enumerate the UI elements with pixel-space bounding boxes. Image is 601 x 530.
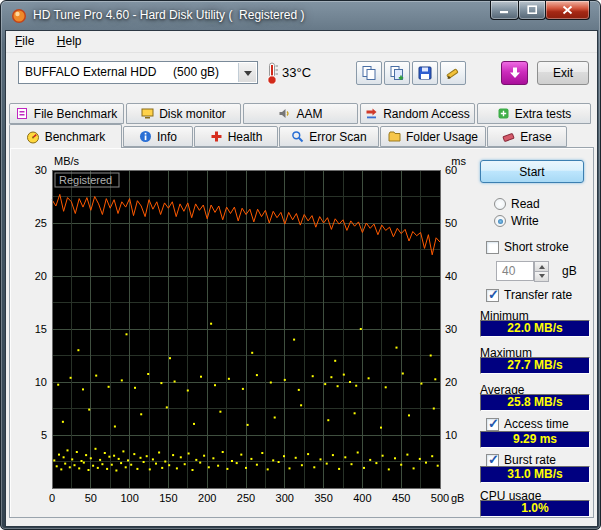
tab-disk-monitor[interactable]: Disk monitor bbox=[126, 103, 241, 124]
write-radio[interactable]: Write bbox=[494, 214, 539, 228]
file-benchmark-icon bbox=[16, 107, 29, 120]
read-label: Read bbox=[511, 197, 540, 211]
folder-usage-icon bbox=[388, 130, 401, 143]
svg-text:250: 250 bbox=[237, 492, 255, 504]
disk-monitor-icon bbox=[141, 107, 154, 120]
save-icon bbox=[417, 65, 433, 81]
burst-rate-value: 31.0 MB/s bbox=[480, 466, 590, 483]
svg-text:30: 30 bbox=[35, 164, 47, 176]
tab-folder-usage[interactable]: Folder Usage bbox=[380, 126, 486, 147]
svg-text:30: 30 bbox=[445, 323, 457, 335]
tab-random-access[interactable]: Random Access bbox=[360, 103, 475, 124]
maximize-button[interactable] bbox=[518, 1, 546, 20]
copy-button[interactable] bbox=[356, 61, 382, 85]
checkbox-checked-icon bbox=[486, 289, 499, 302]
svg-text:20: 20 bbox=[35, 270, 47, 282]
chevron-down-icon bbox=[238, 63, 256, 82]
svg-text:350: 350 bbox=[314, 492, 332, 504]
erase-icon bbox=[502, 130, 515, 143]
tab-label: Benchmark bbox=[45, 130, 106, 144]
drive-select-label: BUFFALO External HDD (500 gB) bbox=[25, 62, 219, 83]
menu-bar: File Help bbox=[6, 31, 597, 53]
benchmark-page: RegisteredMB/sms302520151056050403020100… bbox=[9, 147, 594, 518]
svg-text:25: 25 bbox=[35, 217, 47, 229]
window-title: HD Tune Pro 4.60 - Hard Disk Utility ( R… bbox=[33, 1, 304, 30]
maximum-value: 27.7 MB/s bbox=[480, 357, 590, 374]
svg-text:400: 400 bbox=[353, 492, 371, 504]
tab-label: Error Scan bbox=[309, 130, 366, 144]
checkbox-checked-icon bbox=[486, 454, 499, 467]
minimize-icon bbox=[499, 6, 510, 15]
exit-button[interactable]: Exit bbox=[537, 61, 589, 85]
tab-error-scan[interactable]: Error Scan bbox=[279, 126, 379, 147]
burst-rate-label: Burst rate bbox=[504, 453, 556, 467]
svg-text:50: 50 bbox=[445, 217, 457, 229]
close-button[interactable] bbox=[545, 1, 590, 20]
spin-down-button[interactable] bbox=[534, 271, 549, 282]
minimum-value: 22.0 MB/s bbox=[480, 320, 590, 337]
tab-extra-tests[interactable]: Extra tests bbox=[477, 103, 591, 124]
svg-text:50: 50 bbox=[85, 492, 97, 504]
svg-text:60: 60 bbox=[445, 164, 457, 176]
svg-text:40: 40 bbox=[445, 270, 457, 282]
tab-file-benchmark[interactable]: File Benchmark bbox=[9, 103, 124, 124]
short-stroke-label: Short stroke bbox=[504, 240, 569, 254]
tab-label: File Benchmark bbox=[34, 107, 117, 121]
tab-label: AAM bbox=[296, 107, 322, 121]
short-stroke-checkbox[interactable]: Short stroke bbox=[486, 240, 569, 254]
maximize-icon bbox=[527, 5, 538, 15]
svg-text:10: 10 bbox=[35, 376, 47, 388]
menu-item-help[interactable]: Help bbox=[48, 31, 91, 51]
menu-item-file[interactable]: File bbox=[6, 31, 43, 51]
copy-icon bbox=[361, 65, 377, 81]
transfer-rate-checkbox[interactable]: Transfer rate bbox=[486, 288, 572, 302]
close-icon bbox=[562, 5, 573, 15]
aam-icon bbox=[278, 107, 291, 120]
tab-label: Folder Usage bbox=[406, 130, 478, 144]
svg-text:500: 500 bbox=[431, 492, 449, 504]
radio-selected-icon bbox=[494, 215, 506, 227]
save-button[interactable] bbox=[412, 61, 438, 85]
tab-label: Info bbox=[157, 130, 177, 144]
capture-button[interactable] bbox=[501, 61, 528, 85]
svg-text:gB: gB bbox=[451, 492, 464, 504]
tab-info[interactable]: Info bbox=[123, 126, 193, 147]
stroke-value-field[interactable]: 40 bbox=[496, 261, 534, 281]
access-time-checkbox[interactable]: Access time bbox=[486, 417, 569, 431]
burst-rate-checkbox[interactable]: Burst rate bbox=[486, 453, 556, 467]
cpu-usage-value: 1.0% bbox=[480, 500, 590, 517]
app-icon bbox=[11, 8, 27, 28]
tab-label: Extra tests bbox=[515, 107, 572, 121]
tab-label: Erase bbox=[520, 130, 551, 144]
svg-text:MB/s: MB/s bbox=[54, 155, 80, 167]
drive-select[interactable]: BUFFALO External HDD (500 gB) bbox=[18, 61, 258, 84]
random-access-icon bbox=[365, 107, 378, 120]
tab-benchmark[interactable]: Benchmark bbox=[9, 124, 122, 148]
read-radio[interactable]: Read bbox=[494, 197, 540, 211]
tab-health[interactable]: Health bbox=[194, 126, 278, 147]
radio-icon bbox=[494, 198, 506, 210]
stroke-spinner bbox=[534, 261, 549, 281]
copy-image-button[interactable] bbox=[384, 61, 410, 85]
arrow-down-icon bbox=[539, 274, 545, 281]
screenshot-button[interactable] bbox=[440, 61, 466, 85]
titlebar: HD Tune Pro 4.60 - Hard Disk Utility ( R… bbox=[1, 1, 600, 30]
tab-label: Random Access bbox=[383, 107, 470, 121]
svg-text:450: 450 bbox=[392, 492, 410, 504]
svg-text:300: 300 bbox=[276, 492, 294, 504]
benchmark-icon bbox=[26, 130, 40, 144]
transfer-rate-label: Transfer rate bbox=[504, 288, 572, 302]
svg-text:100: 100 bbox=[120, 492, 138, 504]
arrow-up-icon bbox=[539, 262, 545, 269]
tab-erase[interactable]: Erase bbox=[487, 126, 567, 147]
average-value: 25.8 MB/s bbox=[480, 394, 590, 411]
error-scan-icon bbox=[291, 130, 304, 143]
temperature-value: 33°C bbox=[282, 65, 311, 80]
copy-image-icon bbox=[389, 65, 405, 81]
minimize-button[interactable] bbox=[490, 1, 519, 20]
tab-aam[interactable]: AAM bbox=[243, 103, 358, 124]
extra-tests-icon bbox=[497, 107, 510, 120]
svg-text:0: 0 bbox=[49, 492, 55, 504]
tab-label: Health bbox=[228, 130, 263, 144]
start-button[interactable]: Start bbox=[480, 160, 584, 183]
